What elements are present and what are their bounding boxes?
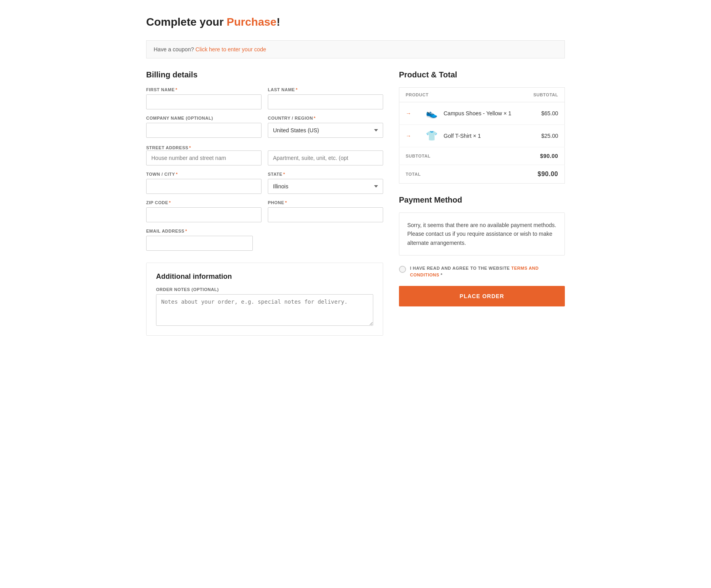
email-group: EMAIL ADDRESS*	[146, 229, 253, 251]
additional-info-box: Additional information ORDER NOTES (OPTI…	[146, 263, 383, 336]
row-arrow-1: →	[399, 102, 418, 125]
company-name-label: COMPANY NAME (OPTIONAL)	[146, 116, 261, 120]
product-total-section: Product & Total PRODUCT SUBTOTAL →	[399, 70, 565, 184]
street-address-line1[interactable]	[146, 150, 261, 165]
street-address-group: STREET ADDRESS*	[146, 144, 383, 165]
last-name-input[interactable]	[268, 94, 383, 109]
town-group: TOWN / CITY*	[146, 172, 261, 194]
right-column: Product & Total PRODUCT SUBTOTAL →	[399, 70, 565, 306]
phone-group: PHONE*	[268, 200, 383, 222]
subtotal-value: $90.00	[525, 147, 565, 165]
street-address-label: STREET ADDRESS*	[146, 145, 191, 150]
town-input[interactable]	[146, 179, 261, 194]
order-notes-group: ORDER NOTES (OPTIONAL)	[156, 287, 373, 326]
company-name-group: COMPANY NAME (OPTIONAL)	[146, 116, 261, 138]
subtotal-label: SUBTOTAL	[399, 147, 525, 165]
product-col-header: PRODUCT	[399, 88, 525, 102]
state-group: STATE* Illinois	[268, 172, 383, 194]
product-price-1: $65.00	[525, 102, 565, 125]
email-input[interactable]	[146, 236, 253, 251]
terms-checkbox[interactable]	[399, 266, 406, 273]
product-cell-1: 👟 Campus Shoes - Yellow × 1	[418, 102, 525, 125]
state-label: STATE*	[268, 172, 383, 177]
last-name-label: LAST NAME*	[268, 87, 383, 92]
product-price-2: $25.00	[525, 125, 565, 147]
country-label: COUNTRY / REGION*	[268, 116, 383, 120]
table-row: → 👕 Golf T-Shirt × 1 $25.	[399, 125, 565, 147]
first-name-group: FIRST NAME*	[146, 87, 261, 109]
payment-method-section: Payment Method Sorry, it seems that ther…	[399, 195, 565, 306]
phone-input[interactable]	[268, 207, 383, 222]
zip-input[interactable]	[146, 207, 261, 222]
subtotal-col-header: SUBTOTAL	[525, 88, 565, 102]
order-section-title: Product & Total	[399, 70, 565, 79]
first-name-input[interactable]	[146, 94, 261, 109]
total-label: TOTAL	[399, 165, 525, 184]
last-name-group: LAST NAME*	[268, 87, 383, 109]
zip-label: ZIP CODE*	[146, 200, 261, 205]
company-name-input[interactable]	[146, 123, 261, 138]
phone-label: PHONE*	[268, 200, 383, 205]
additional-info-title: Additional information	[156, 272, 373, 281]
town-label: TOWN / CITY*	[146, 172, 261, 177]
order-notes-textarea[interactable]	[156, 294, 373, 326]
payment-title: Payment Method	[399, 195, 565, 205]
row-arrow-2: →	[399, 125, 418, 147]
terms-row: I HAVE READ AND AGREE TO THE WEBSITE TER…	[399, 265, 565, 278]
page-title: Complete your Purchase!	[146, 16, 565, 28]
terms-text: I HAVE READ AND AGREE TO THE WEBSITE TER…	[410, 265, 565, 278]
table-row: → 👟 Campus Shoes - Yellow × 1	[399, 102, 565, 125]
place-order-button[interactable]: PLACE ORDER	[399, 286, 565, 306]
total-row: TOTAL $90.00	[399, 165, 565, 184]
billing-section: Billing details FIRST NAME* LAST NAME*	[146, 70, 383, 336]
order-notes-label: ORDER NOTES (OPTIONAL)	[156, 287, 373, 292]
payment-notice: Sorry, it seems that there are no availa…	[399, 212, 565, 255]
billing-title: Billing details	[146, 70, 383, 79]
zip-group: ZIP CODE*	[146, 200, 261, 222]
product-cell-2: 👕 Golf T-Shirt × 1	[418, 125, 525, 147]
country-group: COUNTRY / REGION* United States (US)	[268, 116, 383, 138]
email-label: EMAIL ADDRESS*	[146, 229, 253, 233]
order-table: PRODUCT SUBTOTAL → 👟 Campus Shoes	[399, 87, 565, 184]
country-select[interactable]: United States (US)	[268, 123, 383, 138]
state-select[interactable]: Illinois	[268, 179, 383, 194]
subtotal-row: SUBTOTAL $90.00	[399, 147, 565, 165]
tshirt-icon: 👕	[424, 130, 440, 141]
total-value: $90.00	[525, 165, 565, 184]
street-address-line2[interactable]	[268, 150, 383, 165]
coupon-link[interactable]: Click here to enter your code	[196, 46, 266, 53]
shoes-icon: 👟	[424, 108, 440, 119]
coupon-banner: Have a coupon? Click here to enter your …	[146, 40, 565, 58]
first-name-label: FIRST NAME*	[146, 87, 261, 92]
